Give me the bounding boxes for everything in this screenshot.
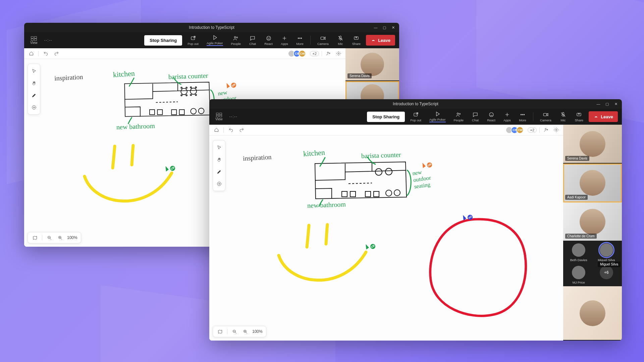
stop-sharing-button[interactable]: Stop Sharing bbox=[144, 35, 182, 46]
pen-tool-icon[interactable] bbox=[214, 167, 224, 176]
svg-point-62 bbox=[386, 190, 392, 196]
window-title: Introduction to TypeScript bbox=[393, 102, 438, 106]
select-tool-icon[interactable] bbox=[29, 67, 39, 75]
participant-tile[interactable]: Aadi Kapoor bbox=[563, 164, 622, 202]
presence-avatars: CB CW bbox=[290, 50, 306, 57]
mic-button[interactable]: Mic bbox=[334, 35, 347, 46]
people-button[interactable]: People bbox=[228, 35, 244, 46]
svg-point-35 bbox=[199, 108, 204, 114]
camera-button[interactable]: Camera bbox=[315, 35, 331, 46]
redo-icon[interactable] bbox=[53, 50, 60, 57]
popout-button[interactable]: Pop out bbox=[185, 35, 201, 46]
svg-point-57 bbox=[385, 168, 392, 175]
share-button[interactable]: Share bbox=[572, 111, 586, 123]
svg-rect-3 bbox=[34, 39, 37, 40]
presence-more[interactable]: +2 bbox=[310, 51, 319, 56]
close-icon[interactable]: ✕ bbox=[391, 25, 395, 29]
chat-button[interactable]: Chat bbox=[469, 111, 482, 123]
svg-rect-41 bbox=[219, 115, 222, 117]
svg-rect-50 bbox=[543, 113, 547, 116]
svg-rect-59 bbox=[350, 191, 356, 197]
svg-point-56 bbox=[375, 169, 382, 175]
select-tool-icon[interactable] bbox=[214, 143, 224, 152]
svg-point-24 bbox=[181, 95, 182, 96]
participant-tile[interactable]: Serena Davis bbox=[563, 125, 622, 164]
participant-small[interactable]: Beth Davies bbox=[566, 243, 592, 262]
svg-rect-33 bbox=[179, 110, 184, 115]
svg-point-47 bbox=[521, 114, 521, 115]
leave-button[interactable]: Leave bbox=[589, 111, 618, 122]
svg-point-9 bbox=[268, 38, 268, 38]
add-tool-icon[interactable] bbox=[29, 103, 39, 112]
maximize-icon[interactable]: ▢ bbox=[382, 25, 386, 29]
participants-more-button[interactable]: +6 bbox=[594, 266, 620, 284]
settings-icon[interactable] bbox=[552, 126, 560, 134]
zoom-out-icon[interactable] bbox=[46, 234, 53, 241]
minimap-icon[interactable] bbox=[31, 234, 39, 241]
redo-icon[interactable] bbox=[238, 126, 245, 134]
maximize-icon[interactable]: ▢ bbox=[605, 102, 609, 106]
zoom-level: 100% bbox=[67, 235, 77, 240]
home-icon[interactable] bbox=[28, 50, 35, 57]
svg-point-29 bbox=[195, 94, 197, 96]
participant-small[interactable]: Miguel Silva bbox=[594, 243, 620, 262]
pen-tool-icon[interactable] bbox=[29, 91, 39, 100]
svg-rect-60 bbox=[365, 191, 371, 197]
svg-point-53 bbox=[545, 128, 546, 130]
svg-point-8 bbox=[267, 36, 271, 40]
chat-button[interactable]: Chat bbox=[246, 35, 259, 46]
participant-tile[interactable]: Charlotte de Crum bbox=[563, 202, 622, 241]
pan-tool-icon[interactable] bbox=[214, 155, 224, 164]
svg-point-34 bbox=[191, 108, 196, 114]
presence-avatars: CB CW bbox=[507, 126, 524, 134]
pan-tool-icon[interactable] bbox=[29, 79, 39, 87]
participant-tile[interactable]: Serena Davis bbox=[345, 48, 399, 81]
zoom-in-icon[interactable] bbox=[241, 328, 249, 335]
react-button[interactable]: React bbox=[262, 35, 275, 46]
label-outdoor: new outdoor seating bbox=[412, 168, 432, 190]
participant-small[interactable]: MJ Price bbox=[566, 266, 592, 284]
undo-icon[interactable] bbox=[42, 50, 49, 57]
svg-rect-39 bbox=[219, 113, 222, 115]
follow-icon[interactable] bbox=[542, 126, 550, 134]
apps-button[interactable]: Apps bbox=[501, 111, 514, 123]
popout-button[interactable]: Pop out bbox=[408, 111, 424, 123]
add-tool-icon[interactable] bbox=[214, 179, 224, 188]
follow-icon[interactable] bbox=[325, 50, 332, 57]
view-button[interactable]: View bbox=[213, 111, 225, 122]
presence-more[interactable]: +2 bbox=[528, 127, 537, 133]
apps-button[interactable]: Apps bbox=[278, 35, 291, 46]
more-button[interactable]: More bbox=[516, 111, 529, 123]
agile-poker-button[interactable]: Agile Poker bbox=[204, 34, 226, 47]
share-button[interactable]: Share bbox=[350, 35, 363, 46]
svg-point-46 bbox=[489, 113, 493, 117]
minimap-icon[interactable] bbox=[216, 328, 224, 335]
svg-point-12 bbox=[300, 38, 300, 38]
view-button[interactable]: View bbox=[28, 35, 40, 46]
leave-button[interactable]: Leave bbox=[366, 35, 395, 46]
svg-point-10 bbox=[269, 38, 269, 38]
mic-button[interactable]: Mic bbox=[557, 111, 570, 123]
zoom-out-icon[interactable] bbox=[231, 328, 238, 335]
svg-point-6 bbox=[234, 36, 236, 38]
svg-point-45 bbox=[459, 113, 461, 114]
stop-sharing-button[interactable]: Stop Sharing bbox=[367, 112, 405, 122]
undo-icon[interactable] bbox=[227, 126, 234, 134]
whiteboard-canvas[interactable]: inspiration kitchen barista counter new … bbox=[209, 135, 563, 341]
camera-button[interactable]: Camera bbox=[537, 111, 554, 123]
home-icon[interactable] bbox=[213, 126, 220, 134]
zoom-in-icon[interactable] bbox=[56, 234, 64, 241]
minimize-icon[interactable]: — bbox=[374, 25, 378, 29]
label-inspiration: inspiration bbox=[54, 73, 83, 82]
minimize-icon[interactable]: — bbox=[596, 102, 600, 106]
participant-tile[interactable] bbox=[563, 286, 622, 341]
react-button[interactable]: React bbox=[484, 111, 498, 123]
settings-icon[interactable] bbox=[335, 50, 342, 57]
people-button[interactable]: People bbox=[451, 111, 467, 123]
more-button[interactable]: More bbox=[293, 35, 306, 46]
agile-poker-button[interactable]: Agile Poker bbox=[427, 110, 448, 123]
svg-rect-1 bbox=[34, 37, 37, 38]
svg-marker-5 bbox=[214, 36, 217, 40]
svg-point-22 bbox=[181, 87, 182, 88]
close-icon[interactable]: ✕ bbox=[614, 102, 618, 106]
